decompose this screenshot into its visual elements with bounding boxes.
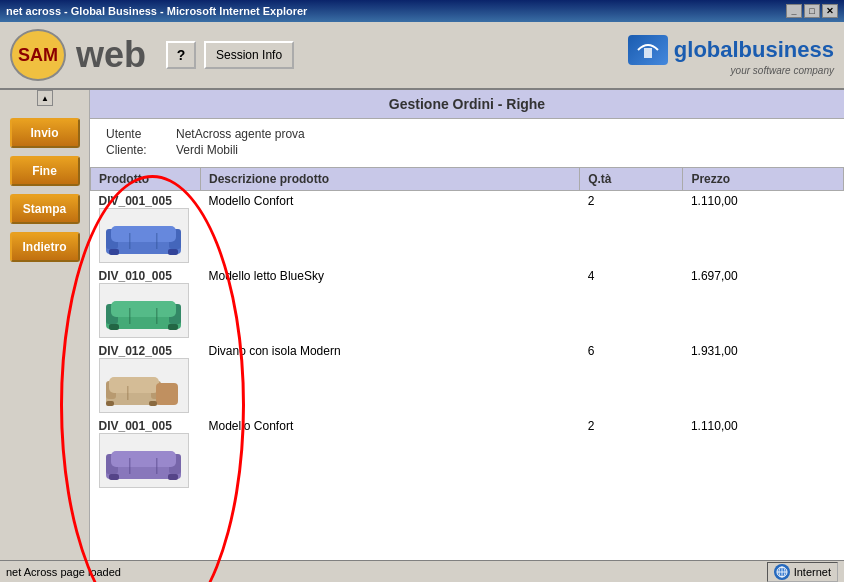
qty-4: 2 [580,416,683,491]
window-controls[interactable]: _ □ ✕ [786,4,838,18]
cliente-value: Verdi Mobili [176,143,238,157]
table-row: DIV_001_005 [91,416,844,491]
product-cell-4: DIV_001_005 [91,416,201,491]
svg-rect-28 [111,451,176,467]
table-row: DIV_001_005 [91,191,844,267]
svg-rect-13 [109,324,119,330]
status-bar: net Across page loaded Internet [0,560,844,582]
qty-2: 4 [580,266,683,341]
table-scroll-container[interactable]: Prodotto Descrizione prodotto Q.tà Prezz… [90,167,844,560]
product-image-1 [99,208,189,263]
window-title: net across - Global Business - Microsoft… [6,5,307,17]
sam-logo: SAM [10,29,66,81]
info-section: Utente NetAcross agente prova Cliente: V… [90,119,844,167]
col-qty: Q.tà [580,168,683,191]
desc-1: Modello Confort [201,191,580,267]
svg-rect-30 [168,474,178,480]
gb-tagline: your software company [731,65,834,76]
gb-name: globalbusiness [674,37,834,63]
utente-value: NetAcross agente prova [176,127,305,141]
cliente-row: Cliente: Verdi Mobili [106,143,828,157]
svg-rect-22 [106,401,114,406]
gb-icon [628,35,668,65]
svg-rect-7 [129,233,131,249]
status-text: net Across page loaded [6,566,757,578]
utente-row: Utente NetAcross agente prova [106,127,828,141]
web-title: web [76,34,146,76]
table-header-row: Prodotto Descrizione prodotto Q.tà Prezz… [91,168,844,191]
svg-rect-31 [129,458,131,474]
globalbusiness-logo: globalbusiness your software company [628,35,834,76]
product-cell-1: DIV_001_005 [91,191,201,267]
svg-rect-21 [156,383,178,405]
col-prodotto: Prodotto [91,168,201,191]
product-code-3: DIV_012_005 [99,344,193,358]
session-info-button[interactable]: Session Info [204,41,294,69]
main-layout: ▲ Invio Fine Stampa Indietro Gestione Or… [0,90,844,560]
orders-table: Prodotto Descrizione prodotto Q.tà Prezz… [90,167,844,491]
svg-rect-15 [129,308,131,324]
invio-button[interactable]: Invio [10,118,80,148]
svg-rect-23 [149,401,157,406]
svg-rect-0 [644,48,652,58]
svg-rect-12 [111,301,176,317]
table-row: DIV_012_005 [91,341,844,416]
page-title: Gestione Ordini - Righe [90,90,844,119]
svg-rect-24 [127,386,129,400]
desc-2: Modello letto BlueSky [201,266,580,341]
table-row: DIV_010_005 [91,266,844,341]
minimize-button[interactable]: _ [786,4,802,18]
price-1: 1.110,00 [683,191,844,267]
help-button[interactable]: ? [166,41,196,69]
content-area: Gestione Ordini - Righe Utente NetAcross… [90,90,844,560]
product-image-3 [99,358,189,413]
sidebar: ▲ Invio Fine Stampa Indietro [0,90,90,560]
product-cell-2: DIV_010_005 [91,266,201,341]
title-bar: net across - Global Business - Microsoft… [0,0,844,22]
product-image-2 [99,283,189,338]
price-3: 1.931,00 [683,341,844,416]
close-button[interactable]: ✕ [822,4,838,18]
svg-rect-8 [156,233,158,249]
product-code-1: DIV_001_005 [99,194,193,208]
internet-icon [774,564,790,580]
svg-rect-20 [109,377,159,393]
svg-rect-4 [111,226,176,242]
svg-rect-5 [109,249,119,255]
zone-label: Internet [794,566,831,578]
product-code-4: DIV_001_005 [99,419,193,433]
sidebar-scroll-up[interactable]: ▲ [37,90,53,106]
maximize-button[interactable]: □ [804,4,820,18]
price-4: 1.110,00 [683,416,844,491]
qty-3: 6 [580,341,683,416]
indietro-button[interactable]: Indietro [10,232,80,262]
header-bar: SAM web ? Session Info globalbusiness yo… [0,22,844,90]
svg-rect-6 [168,249,178,255]
col-prezzo: Prezzo [683,168,844,191]
svg-rect-14 [168,324,178,330]
status-internet: Internet [767,562,838,582]
product-code-2: DIV_010_005 [99,269,193,283]
desc-4: Modello Confort [201,416,580,491]
desc-3: Divano con isola Modern [201,341,580,416]
svg-rect-29 [109,474,119,480]
qty-1: 2 [580,191,683,267]
utente-label: Utente [106,127,156,141]
stampa-button[interactable]: Stampa [10,194,80,224]
svg-rect-32 [156,458,158,474]
product-cell-3: DIV_012_005 [91,341,201,416]
product-image-4 [99,433,189,488]
svg-rect-16 [156,308,158,324]
price-2: 1.697,00 [683,266,844,341]
cliente-label: Cliente: [106,143,156,157]
col-descrizione: Descrizione prodotto [201,168,580,191]
fine-button[interactable]: Fine [10,156,80,186]
